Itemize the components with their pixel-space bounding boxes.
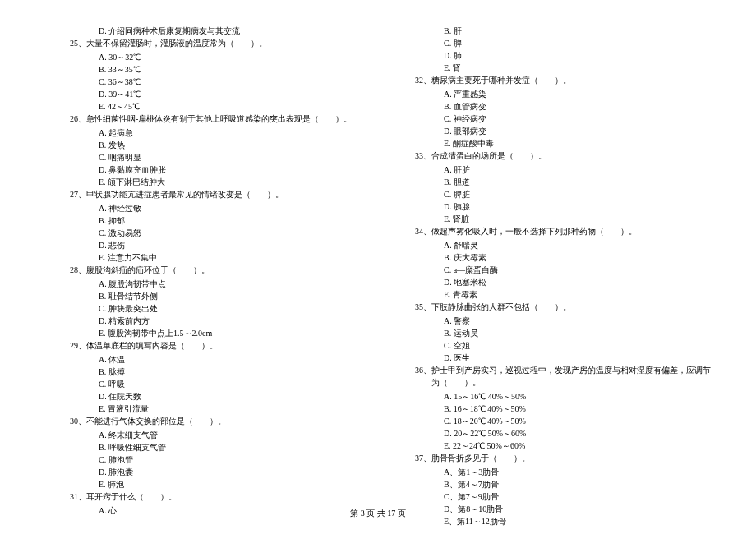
question-item: 30、不能进行气体交换的部位是（ ）。 — [41, 415, 370, 427]
option-item: C. 激动易怒 — [41, 227, 370, 239]
option-item: A. 腹股沟韧带中点 — [41, 278, 370, 290]
option-item: B. 庆大霉素 — [386, 251, 715, 264]
option-item: B. 抑郁 — [41, 214, 370, 227]
option-item: C. 肿块最突出处 — [41, 302, 370, 315]
option-item: B. 发热 — [41, 139, 370, 151]
question-text: 37、肋骨骨折多见于（ ）。 — [386, 452, 715, 464]
question-text: 29、体温单底栏的填写内容是（ ）。 — [41, 339, 370, 352]
option-item: A. 严重感染 — [386, 88, 715, 100]
question-text: 31、耳开窍于什么（ ）。 — [41, 490, 370, 503]
option-item: D. 39～41℃ — [41, 88, 370, 100]
question-text: 25、大量不保留灌肠时，灌肠液的温度常为（ ）。 — [41, 37, 370, 49]
option-item: E. 42～45℃ — [41, 100, 370, 113]
page-footer: 第 3 页 共 17 页 — [0, 508, 756, 519]
option-item: E. 颌下淋巴结肿大 — [41, 176, 370, 188]
option-item: E. 肺泡 — [41, 478, 370, 490]
option-item: E. 注意力不集中 — [41, 251, 370, 264]
option-item: E. 肾 — [386, 62, 715, 74]
option-item: D. 地塞米松 — [386, 276, 715, 288]
question-text: 35、下肢静脉曲张的人群不包括（ ）。 — [386, 301, 715, 313]
option-item: D. 介绍同病种术后康复期病友与其交流 — [41, 25, 370, 37]
page-container: D. 介绍同病种术后康复期病友与其交流25、大量不保留灌肠时，灌肠液的温度常为（… — [0, 0, 756, 501]
option-item: D. 20～22℃ 50%～60% — [386, 427, 715, 440]
option-item: C. 空姐 — [386, 339, 715, 352]
option-item: A. 起病急 — [41, 127, 370, 139]
question-text: 32、糖尿病主要死于哪种并发症（ ）。 — [386, 74, 715, 86]
option-item: A. 终末细支气管 — [41, 429, 370, 441]
option-item: E. 22～24℃ 50%～60% — [386, 440, 715, 452]
left-column: D. 介绍同病种术后康复期病友与其交流25、大量不保留灌肠时，灌肠液的温度常为（… — [33, 25, 378, 501]
option-item: B、第4～7肋骨 — [386, 478, 715, 490]
option-item: E. 腹股沟韧带中点上1.5～2.0cm — [41, 327, 370, 339]
option-item: A. 神经过敏 — [41, 202, 370, 214]
option-item: B. 耻骨结节外侧 — [41, 290, 370, 302]
option-item: D. 鼻黏膜充血肿胀 — [41, 163, 370, 176]
option-item: C、第7～9肋骨 — [386, 490, 715, 503]
question-item: 35、下肢静脉曲张的人群不包括（ ）。 — [386, 301, 715, 313]
option-item: E. 胃液引流量 — [41, 403, 370, 415]
option-item: D. 胰腺 — [386, 200, 715, 213]
option-item: A. 体温 — [41, 353, 370, 366]
option-item: B. 运动员 — [386, 327, 715, 339]
option-item: C. 肺泡管 — [41, 453, 370, 466]
question-text: 33、合成清蛋白的场所是（ ）。 — [386, 150, 715, 162]
question-text: 26、急性细菌性咽-扁桃体炎有别于其他上呼吸道感染的突出表现是（ ）。 — [41, 113, 370, 125]
option-item: A. 30～32℃ — [41, 51, 370, 63]
question-item: 26、急性细菌性咽-扁桃体炎有别于其他上呼吸道感染的突出表现是（ ）。 — [41, 113, 370, 125]
option-item: C. 脾脏 — [386, 188, 715, 200]
option-item: C. 36～38℃ — [41, 76, 370, 88]
question-text: 30、不能进行气体交换的部位是（ ）。 — [41, 415, 370, 427]
option-item: A. 15～16℃ 40%～50% — [386, 390, 715, 403]
option-item: C. 呼吸 — [41, 378, 370, 390]
option-item: E. 青霉素 — [386, 288, 715, 301]
option-item: D. 眼部病变 — [386, 125, 715, 137]
option-item: C. 咽痛明显 — [41, 151, 370, 163]
option-item: C. 18～20℃ 40%～50% — [386, 415, 715, 427]
question-text: 34、做超声雾化吸入时，一般不选择下列那种药物（ ）。 — [386, 225, 715, 237]
question-item: 25、大量不保留灌肠时，灌肠液的温度常为（ ）。 — [41, 37, 370, 49]
option-item: B. 33～35℃ — [41, 63, 370, 76]
option-item: E. 酮症酸中毒 — [386, 137, 715, 150]
option-item: B. 肝 — [386, 25, 715, 37]
option-item: A. 舒喘灵 — [386, 239, 715, 251]
option-item: C. 脾 — [386, 37, 715, 49]
option-item: E. 肾脏 — [386, 213, 715, 225]
option-item: D. 住院天数 — [41, 390, 370, 403]
option-item: D. 精索前内方 — [41, 315, 370, 327]
option-item: B. 呼吸性细支气管 — [41, 441, 370, 453]
option-item: D. 医生 — [386, 352, 715, 364]
question-text: 36、护士甲到产房实习，巡视过程中，发现产房的温度与相对湿度有偏差，应调节为（ … — [386, 364, 715, 389]
question-item: 37、肋骨骨折多见于（ ）。 — [386, 452, 715, 464]
question-item: 32、糖尿病主要死于哪种并发症（ ）。 — [386, 74, 715, 86]
question-text: 27、甲状腺功能亢进症患者最常见的情绪改变是（ ）。 — [41, 188, 370, 200]
question-item: 28、腹股沟斜疝的疝环位于（ ）。 — [41, 264, 370, 276]
question-item: 36、护士甲到产房实习，巡视过程中，发现产房的温度与相对湿度有偏差，应调节为（ … — [386, 364, 715, 389]
option-item: B. 脉搏 — [41, 366, 370, 378]
option-item: A. 警察 — [386, 315, 715, 327]
question-item: 34、做超声雾化吸入时，一般不选择下列那种药物（ ）。 — [386, 225, 715, 237]
question-item: 31、耳开窍于什么（ ）。 — [41, 490, 370, 503]
option-item: D. 肺泡囊 — [41, 466, 370, 478]
option-item: D. 肺 — [386, 49, 715, 62]
option-item: A、第1～3肋骨 — [386, 466, 715, 478]
option-item: B. 16～18℃ 40%～50% — [386, 403, 715, 415]
question-item: 29、体温单底栏的填写内容是（ ）。 — [41, 339, 370, 352]
option-item: C. 神经病变 — [386, 113, 715, 125]
option-item: B. 胆道 — [386, 176, 715, 188]
question-item: 27、甲状腺功能亢进症患者最常见的情绪改变是（ ）。 — [41, 188, 370, 200]
option-item: A. 肝脏 — [386, 163, 715, 176]
option-item: B. 血管病变 — [386, 100, 715, 113]
option-item: D. 悲伤 — [41, 239, 370, 251]
question-item: 33、合成清蛋白的场所是（ ）。 — [386, 150, 715, 162]
right-column: B. 肝C. 脾D. 肺E. 肾32、糖尿病主要死于哪种并发症（ ）。A. 严重… — [378, 25, 723, 501]
option-item: C. a—糜蛋白酶 — [386, 264, 715, 276]
question-text: 28、腹股沟斜疝的疝环位于（ ）。 — [41, 264, 370, 276]
